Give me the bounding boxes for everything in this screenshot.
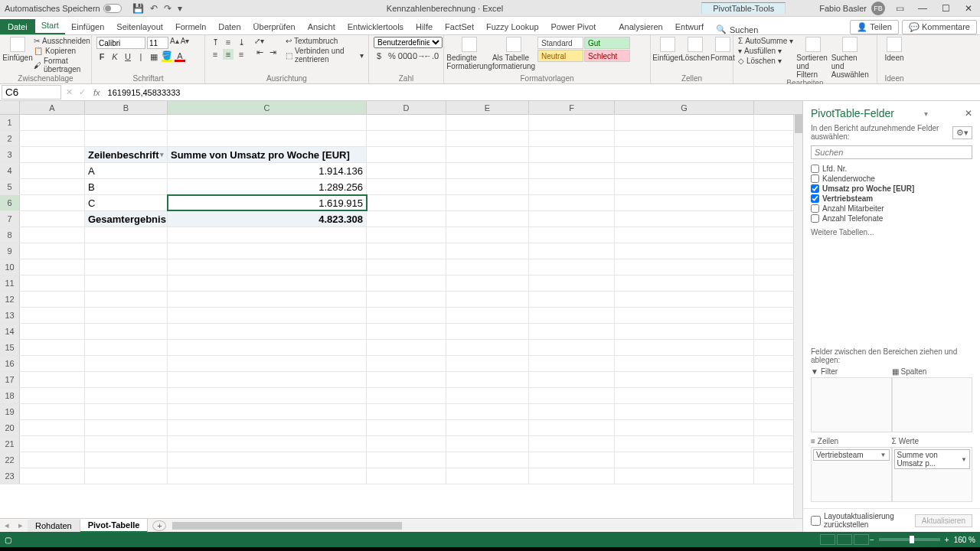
more-tables-link[interactable]: Weitere Tabellen...	[803, 227, 980, 238]
maximize-icon[interactable]: ☐	[934, 0, 957, 17]
cell[interactable]	[85, 243, 168, 259]
view-pagebreak-icon[interactable]	[854, 534, 869, 545]
cell[interactable]	[367, 131, 446, 146]
cell[interactable]	[367, 259, 446, 275]
cell[interactable]	[168, 115, 367, 130]
field-checkbox[interactable]	[811, 174, 819, 183]
sheet-tab-rohdaten[interactable]: Rohdaten	[28, 520, 80, 532]
tab-ansicht[interactable]: Ansicht	[302, 19, 341, 34]
area-values-box[interactable]: Summe von Umsatz p...▼	[892, 447, 973, 502]
cell[interactable]	[85, 452, 168, 468]
cell[interactable]	[367, 388, 446, 403]
cell[interactable]	[446, 340, 529, 355]
paste-button[interactable]: Einfügen	[5, 37, 31, 62]
macro-record-icon[interactable]: ▢	[5, 536, 11, 544]
name-box[interactable]	[2, 85, 61, 99]
cell[interactable]	[529, 372, 615, 387]
cell[interactable]	[529, 436, 615, 452]
cell[interactable]	[20, 292, 85, 307]
cell[interactable]	[446, 243, 529, 259]
cell[interactable]	[446, 308, 529, 323]
dec-decimal-icon[interactable]: ←.0	[426, 51, 436, 61]
cell[interactable]	[615, 179, 754, 194]
undo-icon[interactable]: ↶	[150, 3, 158, 14]
inc-decimal-icon[interactable]: .0→	[413, 51, 423, 61]
sheet-tab-pivot[interactable]: Pivot-Tabelle	[80, 519, 149, 533]
cell[interactable]	[529, 340, 615, 355]
cond-format-button[interactable]: Bedingte Formatierung	[449, 37, 490, 70]
cell[interactable]	[367, 147, 446, 162]
cell[interactable]	[446, 388, 529, 403]
orientation-button[interactable]: ⤢▾	[254, 37, 278, 45]
indent-inc-icon[interactable]: ⇥	[267, 47, 278, 57]
cell[interactable]	[367, 179, 446, 194]
cell[interactable]	[168, 227, 367, 243]
tab-ueberpruefen[interactable]: Überprüfen	[247, 19, 302, 34]
cell[interactable]	[85, 404, 168, 419]
field-1[interactable]: Kalenderwoche	[811, 174, 972, 184]
tab-hilfe[interactable]: Hilfe	[410, 19, 439, 34]
fill-button[interactable]: ▾ Ausfüllen ▾	[738, 47, 793, 55]
cell[interactable]	[615, 115, 754, 130]
copy-button[interactable]: 📋 Kopieren	[34, 47, 90, 55]
values-item-umsatz[interactable]: Summe von Umsatz p...▼	[894, 449, 971, 469]
cell[interactable]	[615, 388, 754, 403]
cell[interactable]	[20, 452, 85, 468]
cell[interactable]	[446, 468, 529, 484]
cell[interactable]: 4.823.308	[168, 211, 367, 227]
row-header[interactable]: 10	[0, 259, 20, 275]
field-checkbox[interactable]	[811, 214, 819, 223]
cell[interactable]: 1.289.256	[168, 179, 367, 194]
col-header-F[interactable]: F	[529, 101, 615, 114]
align-mid-icon[interactable]: ≡	[223, 37, 234, 47]
grow-font-icon[interactable]: A▴	[170, 37, 179, 49]
cell[interactable]	[615, 243, 754, 259]
cell[interactable]	[85, 436, 168, 452]
cell[interactable]: B	[85, 179, 168, 194]
align-center-icon[interactable]: ≡	[223, 49, 234, 60]
cell[interactable]	[529, 468, 615, 484]
cell[interactable]	[20, 324, 85, 339]
cell[interactable]	[529, 179, 615, 194]
cell[interactable]	[367, 324, 446, 339]
sort-filter-button[interactable]: Sortieren und Filtern	[796, 37, 830, 79]
cell[interactable]	[85, 259, 168, 275]
cell[interactable]	[615, 324, 754, 339]
row-header[interactable]: 1	[0, 115, 20, 130]
row-header[interactable]: 2	[0, 131, 20, 146]
cell-styles-gallery[interactable]: Standard Gut Neutral Schlecht	[537, 37, 630, 62]
row-header[interactable]: 22	[0, 452, 20, 468]
cell[interactable]	[615, 163, 754, 178]
cell[interactable]	[529, 131, 615, 146]
cell[interactable]	[615, 356, 754, 371]
row-header[interactable]: 3	[0, 147, 20, 162]
cell[interactable]	[20, 115, 85, 130]
shrink-font-icon[interactable]: A▾	[181, 37, 190, 49]
cell[interactable]	[446, 147, 529, 162]
cell[interactable]	[529, 163, 615, 178]
row-header[interactable]: 4	[0, 163, 20, 178]
enter-formula-icon[interactable]: ✓	[76, 87, 89, 97]
cell[interactable]: Summe von Umsatz pro Woche [EUR]	[168, 147, 367, 162]
cell[interactable]	[446, 259, 529, 275]
fill-color-button[interactable]: 🪣	[162, 51, 172, 62]
cell[interactable]	[529, 195, 615, 210]
cell[interactable]	[615, 292, 754, 307]
cell[interactable]	[168, 276, 367, 291]
cell[interactable]	[85, 356, 168, 371]
tell-me-search[interactable]: 🔍 Suchen	[710, 24, 764, 34]
cell[interactable]	[20, 131, 85, 146]
cell[interactable]	[168, 436, 367, 452]
cell[interactable]: A	[85, 163, 168, 178]
cell[interactable]	[367, 468, 446, 484]
cell[interactable]	[615, 420, 754, 435]
cell[interactable]	[529, 420, 615, 435]
cell[interactable]	[529, 211, 615, 227]
cell[interactable]	[168, 308, 367, 323]
tab-analysieren[interactable]: Analysieren	[612, 19, 668, 34]
save-icon[interactable]: 💾	[132, 3, 144, 14]
cell[interactable]	[615, 468, 754, 484]
cell[interactable]	[446, 276, 529, 291]
cell[interactable]	[85, 276, 168, 291]
format-painter-button[interactable]: 🖌 Format übertragen	[34, 57, 90, 73]
